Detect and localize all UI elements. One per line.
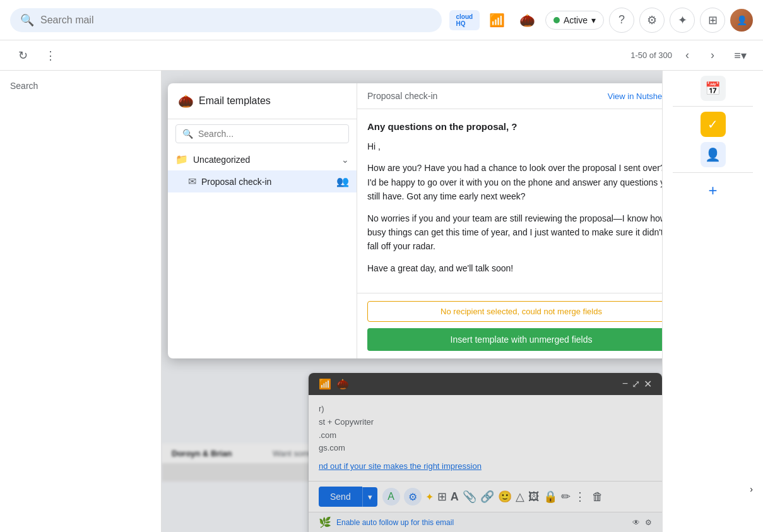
right-panel-tasks-icon[interactable]: ✓ bbox=[701, 112, 726, 137]
search-bar[interactable]: 🔍 bbox=[10, 8, 442, 32]
modal-left-header: 🌰 Email templates bbox=[168, 83, 357, 119]
prev-page-icon[interactable]: ‹ bbox=[677, 45, 697, 66]
modal-search-icon: 🔍 bbox=[182, 129, 193, 139]
insert-template-button[interactable]: Insert template with unmerged fields bbox=[367, 328, 662, 351]
chevron-right-btn[interactable]: › bbox=[750, 484, 753, 494]
email-area: Doroyn & Brian Want some Email Flaxy fie… bbox=[162, 71, 662, 532]
sparkle-icon[interactable]: ✦ bbox=[670, 8, 695, 33]
chevron-down-icon: ⌄ bbox=[341, 155, 349, 165]
modal-left-panel: 🌰 Email templates 🔍 📁 Uncategorized ⌄ ✉ bbox=[168, 83, 357, 358]
active-dot bbox=[553, 17, 560, 23]
pagination-label: 1-50 of 300 bbox=[630, 50, 672, 60]
right-panel-contacts-icon[interactable]: 👤 bbox=[701, 142, 726, 167]
list-view-icon[interactable]: ≡▾ bbox=[728, 43, 753, 68]
cloud-hq-icon[interactable]: cloudHQ bbox=[449, 10, 480, 30]
wifi-icon[interactable]: 📶 bbox=[485, 8, 510, 33]
more-options-icon[interactable]: ⋮ bbox=[38, 43, 63, 68]
sidebar: Search bbox=[0, 71, 162, 532]
modal-title: Email templates bbox=[199, 95, 271, 107]
help-icon[interactable]: ? bbox=[609, 8, 634, 33]
envelope-icon: ✉ bbox=[188, 175, 196, 187]
search-icon: 🔍 bbox=[20, 13, 34, 27]
toolbar-right: 1-50 of 300 ‹ › ≡▾ bbox=[630, 43, 753, 68]
modal-template-title: Proposal check-in bbox=[367, 91, 437, 101]
template-body-p3: Have a great day, and we'll talk soon! bbox=[367, 261, 662, 275]
email-templates-modal: 🌰 Email templates 🔍 📁 Uncategorized ⌄ ✉ bbox=[168, 83, 662, 358]
top-bar: 🔍 cloudHQ 📶 🌰 Active ▾ ? ⚙ ✦ ⊞ 👤 bbox=[0, 0, 763, 40]
right-panel: 📅 ✓ 👤 + › bbox=[662, 71, 763, 532]
view-in-nutshell-link[interactable]: View in Nutshell ↗ bbox=[608, 92, 662, 101]
top-bar-right: cloudHQ 📶 🌰 Active ▾ ? ⚙ ✦ ⊞ 👤 bbox=[449, 8, 753, 33]
modal-right-panel: Proposal check-in View in Nutshell ↗ Any… bbox=[357, 83, 662, 358]
category-uncategorized[interactable]: 📁 Uncategorized ⌄ bbox=[168, 148, 357, 170]
search-input[interactable] bbox=[40, 15, 432, 26]
apps-icon[interactable]: ⊞ bbox=[700, 8, 725, 33]
template-body-p1: How are you? Have you had a chance to lo… bbox=[367, 161, 662, 203]
template-subject: Any questions on the proposal, ? bbox=[367, 119, 662, 134]
folder-icon: 📁 bbox=[175, 153, 188, 165]
settings-icon[interactable]: ⚙ bbox=[639, 8, 665, 33]
template-body-p2: No worries if you and your team are stil… bbox=[367, 211, 662, 254]
main-layout: Search Doroyn & Brian Want some Email Fl… bbox=[0, 71, 763, 532]
chevron-down-icon: ▾ bbox=[591, 15, 596, 25]
avatar[interactable]: 👤 bbox=[730, 9, 753, 32]
template-row-proposal[interactable]: ✉ Proposal check-in 👥 bbox=[168, 170, 357, 192]
active-label: Active bbox=[564, 15, 588, 25]
modal-right-header: Proposal check-in View in Nutshell ↗ bbox=[357, 83, 662, 109]
modal-search-bar[interactable]: 🔍 bbox=[175, 124, 349, 143]
category-label: Uncategorized bbox=[193, 155, 336, 165]
modal-overlay: 🌰 Email templates 🔍 📁 Uncategorized ⌄ ✉ bbox=[162, 71, 662, 532]
people-icon: 👥 bbox=[336, 175, 349, 187]
toolbar: ↻ ⋮ 1-50 of 300 ‹ › ≡▾ bbox=[0, 40, 763, 71]
modal-bottom: No recipient selected, could not merge f… bbox=[357, 293, 662, 358]
modal-search-input[interactable] bbox=[198, 129, 342, 139]
no-recipient-warning: No recipient selected, could not merge f… bbox=[367, 301, 662, 322]
modal-acorn-icon: 🌰 bbox=[178, 93, 194, 109]
template-label: Proposal check-in bbox=[201, 177, 331, 187]
search-section-label: Search bbox=[0, 76, 161, 96]
next-page-icon[interactable]: › bbox=[702, 45, 723, 66]
active-status-badge[interactable]: Active ▾ bbox=[545, 11, 604, 30]
template-greeting: Hi , bbox=[367, 139, 662, 153]
template-content: Any questions on the proposal, ? Hi , Ho… bbox=[357, 109, 662, 293]
right-panel-calendar-icon[interactable]: 📅 bbox=[701, 76, 726, 101]
right-panel-plus-icon[interactable]: + bbox=[701, 178, 726, 203]
acorn-icon[interactable]: 🌰 bbox=[515, 8, 540, 33]
refresh-icon[interactable]: ↻ bbox=[10, 43, 35, 68]
